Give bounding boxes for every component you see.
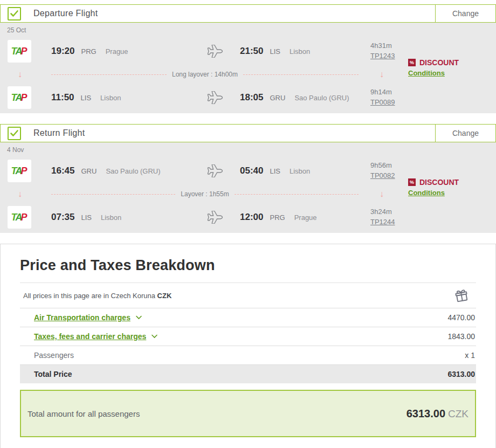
return-discount-block: % DISCOUNT Conditions bbox=[408, 178, 459, 197]
total-price-value: 6313.00 bbox=[447, 370, 475, 378]
taxes-fees-toggle[interactable]: Taxes, fees and carrier charges bbox=[34, 332, 157, 341]
return-flight-card: Return Flight Change 4 Nov TAP 16:45 GRU… bbox=[0, 124, 496, 233]
arrival-time: 12:00 bbox=[240, 212, 263, 223]
air-transportation-charges-toggle[interactable]: Air Transportation charges bbox=[34, 313, 142, 322]
airline-logo-cell: TAP bbox=[0, 86, 51, 109]
airport-code: GRU bbox=[81, 167, 97, 175]
flight-number-link[interactable]: TP0082 bbox=[370, 171, 395, 180]
tap-airline-logo: TAP bbox=[8, 86, 31, 109]
departure-selected-checkbox[interactable] bbox=[8, 7, 21, 20]
airport-city: Lisbon bbox=[290, 167, 310, 175]
airport-city: Lisbon bbox=[101, 213, 121, 222]
airport-city: Sao Paulo (GRU) bbox=[294, 94, 349, 102]
return-seg2-meta: 3h24m TP1244 bbox=[359, 207, 496, 228]
dashed-line bbox=[51, 194, 175, 195]
discount-badge: % DISCOUNT bbox=[408, 58, 459, 67]
discount-badge: % DISCOUNT bbox=[408, 178, 459, 187]
departure-flight-header: Departure Flight Change bbox=[0, 4, 496, 23]
total-amount-number: 6313.00 bbox=[407, 408, 445, 419]
departure-date: 25 Oct bbox=[0, 25, 496, 36]
logo-letter: P bbox=[20, 166, 26, 177]
return-selected-checkbox[interactable] bbox=[8, 127, 21, 140]
discount-label: DISCOUNT bbox=[419, 58, 459, 67]
return-segment-2: TAP 07:35 LIS Lisbon 12:00 PRG Prague bbox=[0, 202, 496, 233]
departure-flight-card: Departure Flight Change 25 Oct TAP 19:20… bbox=[0, 4, 496, 113]
airport-code: LIS bbox=[270, 47, 280, 56]
charge-label: Taxes, fees and carrier charges bbox=[34, 332, 146, 341]
return-seg2-destination: 12:00 PRG Prague bbox=[228, 212, 359, 223]
chevron-down-icon[interactable] bbox=[136, 315, 142, 320]
booking-page: Departure Flight Change 25 Oct TAP 19:20… bbox=[0, 0, 496, 448]
total-amount-currency: CZK bbox=[448, 408, 469, 419]
checkmark-icon bbox=[10, 10, 19, 18]
total-amount-label: Total amount for all passengers bbox=[27, 409, 140, 418]
airport-city: Lisbon bbox=[100, 94, 121, 102]
departure-seg2-meta: 9h14m TP0089 bbox=[359, 87, 496, 108]
return-flight-title: Return Flight bbox=[33, 128, 85, 138]
departure-segment-2: TAP 11:50 LIS Lisbon 18:05 GRU Sao Paulo… bbox=[0, 82, 496, 113]
flight-number-link[interactable]: TP1244 bbox=[370, 218, 395, 226]
departure-discount-block: % DISCOUNT Conditions bbox=[408, 58, 459, 78]
layover-track: Layover : 1h55m bbox=[51, 190, 359, 198]
airport-city: Prague bbox=[294, 213, 317, 222]
return-seg1-destination: 05:40 LIS Lisbon bbox=[228, 166, 359, 176]
currency-note: All prices in this page are in Czech Kor… bbox=[23, 292, 171, 300]
airport-code: PRG bbox=[270, 213, 285, 222]
logo-letter: P bbox=[20, 92, 26, 104]
charge-value: 1843.00 bbox=[447, 332, 475, 341]
flight-duration: 3h24m bbox=[370, 207, 496, 217]
price-breakdown-title: Price and Taxes Breakdown bbox=[20, 257, 476, 274]
return-change-button[interactable]: Change bbox=[435, 125, 495, 142]
departure-time: 11:50 bbox=[51, 92, 74, 103]
arrival-time: 05:40 bbox=[240, 166, 263, 176]
tap-airline-logo: TAP bbox=[8, 160, 31, 182]
down-arrow-icon: ↓ bbox=[18, 190, 22, 198]
flight-number-link[interactable]: TP1243 bbox=[370, 52, 395, 60]
return-flight-body: 4 Nov TAP 16:45 GRU Sao Paulo (GRU) 0 bbox=[0, 142, 496, 233]
departure-seg1-destination: 21:50 LIS Lisbon bbox=[228, 46, 359, 57]
charge-label: Air Transportation charges bbox=[34, 313, 130, 322]
dashed-line bbox=[243, 74, 359, 75]
departure-time: 07:35 bbox=[51, 212, 74, 223]
percent-icon: % bbox=[408, 59, 416, 66]
taxes-fees-row: Taxes, fees and carrier charges 1843.00 bbox=[20, 327, 476, 346]
layover-label: Long layover : 14h00m bbox=[172, 71, 238, 78]
departure-conditions-link[interactable]: Conditions bbox=[408, 69, 445, 77]
flight-duration: 9h56m bbox=[370, 161, 496, 171]
airport-city: Prague bbox=[106, 47, 128, 56]
airport-code: PRG bbox=[81, 47, 96, 56]
passengers-row: Passengers x 1 bbox=[20, 346, 476, 364]
chevron-down-icon[interactable] bbox=[151, 334, 157, 339]
departure-seg2-destination: 18:05 GRU Sao Paulo (GRU) bbox=[228, 92, 359, 103]
layover-track: Long layover : 14h00m bbox=[51, 71, 359, 78]
tap-airline-logo: TAP bbox=[8, 40, 31, 63]
discount-label: DISCOUNT bbox=[419, 178, 459, 187]
return-conditions-link[interactable]: Conditions bbox=[408, 189, 445, 197]
airport-city: Lisbon bbox=[290, 47, 310, 56]
airport-code: LIS bbox=[81, 94, 92, 102]
departure-change-button[interactable]: Change bbox=[435, 5, 495, 22]
departure-time: 16:45 bbox=[51, 166, 74, 176]
price-breakdown-card: Price and Taxes Breakdown All prices in … bbox=[0, 244, 496, 448]
gift-icon bbox=[453, 287, 470, 304]
flight-duration: 9h14m bbox=[370, 87, 496, 98]
return-seg2-origin: 07:35 LIS Lisbon bbox=[51, 212, 202, 223]
dashed-line bbox=[51, 74, 167, 75]
flight-number-link[interactable]: TP0089 bbox=[370, 98, 395, 106]
total-price-label: Total Price bbox=[34, 370, 72, 378]
passengers-label: Passengers bbox=[34, 351, 74, 360]
charge-value: 4470.00 bbox=[447, 313, 475, 322]
currency-note-row: All prices in this page are in Czech Kor… bbox=[20, 283, 476, 308]
total-amount-box: Total amount for all passengers 6313.00C… bbox=[20, 390, 476, 437]
checkmark-icon bbox=[10, 129, 19, 137]
plane-icon bbox=[202, 164, 228, 177]
airline-logo-cell: TAP bbox=[0, 206, 51, 229]
percent-icon: % bbox=[408, 178, 416, 186]
airline-logo-cell: TAP bbox=[0, 160, 51, 182]
arrival-time: 18:05 bbox=[240, 92, 263, 103]
departure-time: 19:20 bbox=[51, 46, 74, 57]
total-price-row: Total Price 6313.00 bbox=[20, 364, 476, 383]
passengers-count: x 1 bbox=[465, 351, 475, 360]
down-arrow-icon: ↓ bbox=[18, 70, 22, 79]
logo-letter: P bbox=[20, 46, 26, 57]
